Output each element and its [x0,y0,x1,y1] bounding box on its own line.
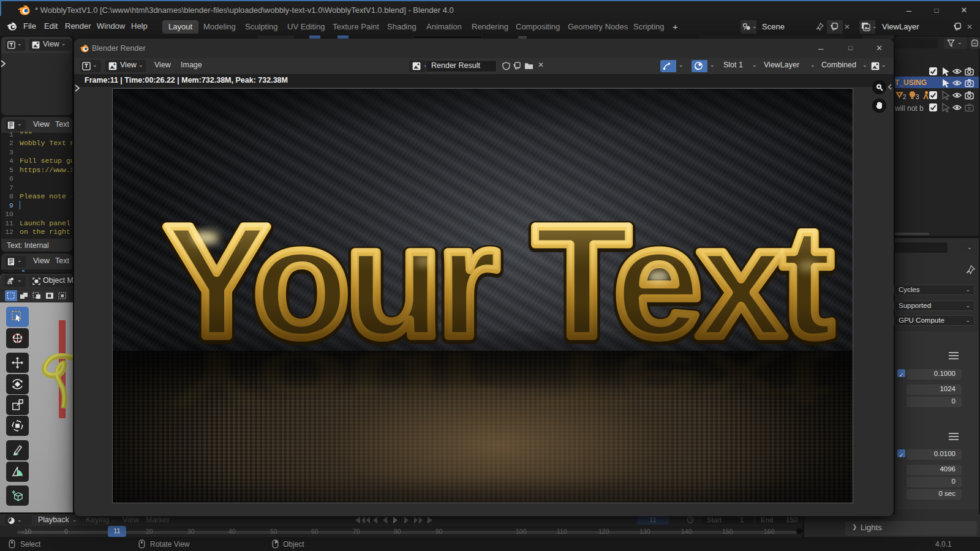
svg-text:Your Text: Your Text [164,190,834,368]
